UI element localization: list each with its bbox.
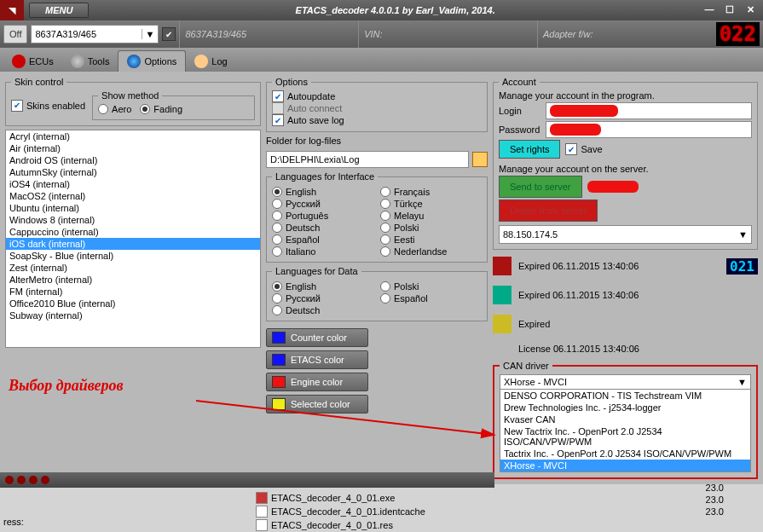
skin-legend: Skin control — [11, 77, 66, 87]
lang-radio[interactable]: Polski — [380, 281, 482, 292]
part-combo[interactable]: 8637A319/465 ▼ — [31, 25, 159, 43]
skin-list-item[interactable]: Zest (internal) — [6, 262, 260, 274]
status-icon — [493, 286, 512, 304]
annotation-text: Выбор драйверов — [5, 351, 261, 398]
off-button[interactable]: Off — [3, 25, 27, 43]
send-server-button[interactable]: Send to server — [499, 176, 582, 198]
can-driver-group: CAN driver XHorse - MVCI▼ DENSO CORPORAT… — [493, 361, 758, 479]
menu-button[interactable]: MENU — [29, 3, 89, 18]
tab-ecus[interactable]: ECUs — [3, 51, 62, 72]
desktop-files: ETACS_decoder_4_0_01.exe ETACS_decoder_4… — [256, 491, 494, 532]
can-option[interactable]: Tactrix Inc. - OpenPort 2.0 J2534 ISO/CA… — [500, 448, 750, 460]
counter-display: 022 — [716, 22, 760, 46]
delete-server-button[interactable]: Delete from server — [499, 200, 598, 222]
skins-enabled-checkbox[interactable]: ✔Skins enabled — [11, 90, 85, 120]
redacted-icon — [550, 124, 601, 136]
lang-radio[interactable]: Русский — [272, 293, 373, 304]
skin-list-item[interactable]: Air (internal) — [6, 142, 260, 154]
lang-radio[interactable]: Português — [272, 211, 373, 221]
tab-options[interactable]: Options — [118, 50, 186, 72]
skin-list-item[interactable]: SoapSky - Blue (internal) — [6, 250, 260, 262]
account-info: Manage your account in the program. — [499, 90, 752, 101]
status-text: Expired — [518, 319, 550, 329]
exe-icon — [256, 492, 268, 504]
can-driver-dropdown[interactable]: XHorse - MVCI▼ DENSO CORPORATION - TIS T… — [500, 374, 751, 472]
can-option[interactable]: New Tactrix Inc. - OpenPort 2.0 J2534 IS… — [500, 425, 750, 448]
etacs-color-button[interactable]: ETACS color — [266, 350, 368, 369]
lang-radio[interactable]: English — [272, 281, 373, 292]
skin-list-item[interactable]: Subway (internal) — [6, 309, 260, 321]
status-counter: 021 — [726, 258, 758, 275]
skin-list-item[interactable]: AlterMetro (internal) — [6, 274, 260, 286]
file-icon — [256, 506, 268, 518]
password-input[interactable] — [546, 121, 752, 138]
fading-radio[interactable]: Fading — [140, 104, 182, 114]
lang-radio[interactable]: Eesti — [380, 234, 482, 245]
selected-color-button[interactable]: Selected color — [266, 395, 368, 413]
file-name[interactable]: ETACS_decoder_4_0_01.res — [271, 520, 393, 530]
window-title: ETACS_decoder 4.0.0.1 by Earl_Vadim, 201… — [89, 5, 702, 15]
login-input[interactable] — [546, 102, 752, 119]
skin-list-item[interactable]: iOS dark (internal) — [6, 238, 260, 250]
lang-radio[interactable]: Polski — [380, 223, 482, 233]
set-rights-button[interactable]: Set rights — [499, 140, 560, 159]
skin-list-item[interactable]: Acryl (internal) — [6, 130, 260, 142]
skin-list-item[interactable]: AutumnSky (internal) — [6, 166, 260, 178]
skin-list-item[interactable]: Windows 8 (internal) — [6, 214, 260, 226]
maximize-button[interactable]: ☐ — [722, 4, 737, 16]
part-checkbox[interactable]: ✔ — [162, 27, 176, 41]
lang-radio[interactable]: English — [272, 187, 373, 197]
lang-radio[interactable]: Nederlandse — [380, 246, 482, 257]
can-option[interactable]: Kvaser CAN — [500, 413, 750, 425]
lang-interface-group: Languages for Interface EnglishFrançaisР… — [266, 171, 488, 263]
options-group: Options ✔Autoupdate Auto connect ✔Auto s… — [266, 77, 488, 132]
skin-list-item[interactable]: iOS4 (internal) — [6, 178, 260, 190]
folder-label: Folder for log-files — [266, 136, 488, 146]
lang-radio[interactable]: Deutsch — [272, 305, 373, 315]
can-option[interactable]: XHorse - MVCI — [500, 460, 750, 471]
counter-color-button[interactable]: Counter color — [266, 328, 368, 347]
minimize-button[interactable]: — — [702, 4, 717, 16]
folder-icon[interactable] — [472, 152, 488, 167]
vin-label: VIN: — [358, 20, 534, 48]
tab-tools[interactable]: Tools — [62, 51, 118, 72]
skin-list[interactable]: Acryl (internal)Air (internal)Android OS… — [5, 130, 261, 348]
tab-log[interactable]: Log — [186, 51, 235, 72]
server-info: Manage your account on the server. — [499, 164, 752, 174]
lang-radio[interactable]: Deutsch — [272, 223, 373, 233]
folder-input[interactable]: D:\DELPHI\Lexia\Log — [266, 151, 469, 168]
close-button[interactable]: ✕ — [743, 4, 758, 16]
lang-radio[interactable]: Français — [380, 187, 482, 197]
skin-list-item[interactable]: Office2010 Blue (internal) — [6, 298, 260, 309]
skin-list-item[interactable]: Cappuccino (internal) — [6, 226, 260, 238]
file-name[interactable]: ETACS_decoder_4_0_01.identcache — [271, 506, 425, 517]
account-group: Account Manage your account in the progr… — [493, 77, 758, 250]
lang-radio[interactable]: Русский — [272, 199, 373, 209]
can-option[interactable]: DENSO CORPORATION - TIS Techstream VIM — [500, 390, 750, 402]
lang-radio[interactable]: Melayu — [380, 211, 482, 221]
skin-list-item[interactable]: FM (internal) — [6, 286, 260, 298]
status-text: Expired 06.11.2015 13:40:06 — [518, 290, 639, 300]
redacted-icon — [550, 105, 618, 117]
can-option[interactable]: Drew Technologies Inc. - j2534-logger — [500, 402, 750, 413]
engine-color-button[interactable]: Engine color — [266, 373, 368, 391]
status-dot-icon — [41, 476, 49, 484]
file-icon — [256, 519, 268, 531]
options-icon — [127, 55, 141, 68]
save-checkbox[interactable]: ✔Save — [565, 143, 602, 155]
autoupdate-checkbox[interactable]: ✔Autoupdate — [272, 90, 482, 102]
skin-list-item[interactable]: Ubuntu (internal) — [6, 202, 260, 214]
skin-list-item[interactable]: MacOS2 (internal) — [6, 190, 260, 202]
aero-radio[interactable]: Aero — [98, 104, 131, 114]
ip-combo[interactable]: 88.150.174.5▼ — [499, 225, 752, 244]
lang-radio[interactable]: Türkçe — [380, 199, 482, 209]
file-name[interactable]: ETACS_decoder_4_0_01.exe — [271, 493, 395, 503]
autosave-checkbox[interactable]: ✔Auto save log — [272, 114, 482, 126]
lang-radio[interactable]: Español — [380, 293, 482, 304]
app-logo-icon: ◥ — [0, 0, 24, 20]
lang-radio[interactable]: Español — [272, 234, 373, 245]
lang-radio[interactable]: Italiano — [272, 246, 373, 257]
status-icon — [493, 315, 512, 333]
skin-list-item[interactable]: Android OS (internal) — [6, 154, 260, 166]
desktop-fragment: ress: — [3, 517, 24, 527]
